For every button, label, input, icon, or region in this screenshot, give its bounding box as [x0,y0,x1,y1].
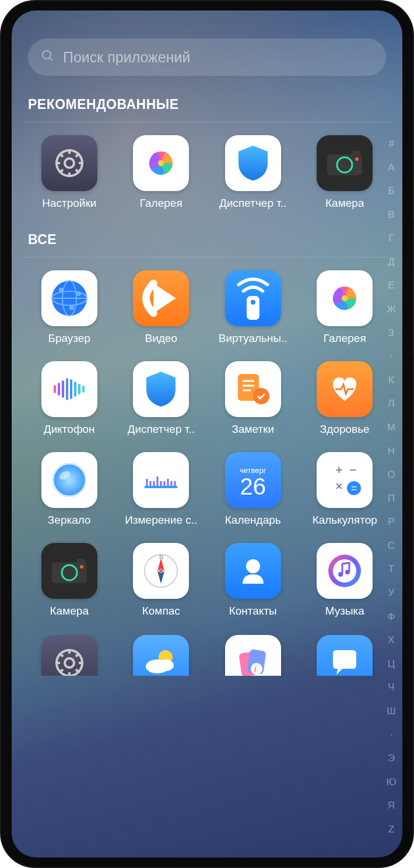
messages-icon [317,635,373,676]
app-ruler[interactable]: Измерение с.. [118,452,205,527]
app-browser[interactable]: Браузер [26,270,113,345]
alpha-index-item[interactable]: Р [388,517,394,527]
app-label: Калькулятор [313,514,377,527]
app-label: Измерение с.. [125,514,197,527]
svg-text:−: − [349,463,357,477]
svg-point-97 [251,663,262,675]
alpha-index-item[interactable]: Ц [388,659,395,669]
app-label: Диктофон [44,423,95,436]
svg-point-71 [80,565,83,569]
alpha-index-item[interactable]: · [390,351,393,361]
alpha-index-item[interactable]: В [388,210,394,220]
search-input[interactable]: Поиск приложений [28,38,386,76]
app-label: Диспетчер т.. [219,197,286,210]
alpha-index-item[interactable]: Z [388,824,394,834]
svg-point-26 [59,288,64,292]
alpha-index-item[interactable]: К [388,375,394,385]
alpha-index-item[interactable]: Н [388,446,395,456]
app-remote[interactable]: Виртуальны.. [209,270,297,345]
settings-icon [41,135,97,191]
camera-icon [317,135,373,191]
app-settings[interactable]: Настройки [26,135,113,210]
all-apps-grid-partial: i [23,635,391,676]
alpha-index-item[interactable]: С [388,541,395,551]
app-settings[interactable] [26,635,113,676]
app-recorder[interactable]: Диктофон [26,361,113,436]
alpha-index-item[interactable]: Е [388,280,394,290]
app-themes[interactable]: i [209,635,297,676]
music-icon [317,543,373,599]
health-icon [317,361,373,417]
app-label: Камера [50,605,89,618]
app-messages[interactable] [301,635,389,676]
app-camera[interactable]: Камера [26,543,113,618]
compass-icon: N [133,543,189,599]
alpha-index-item[interactable]: З [388,328,394,338]
app-camera[interactable]: Камера [301,135,389,210]
svg-line-1 [50,58,52,61]
shield-icon [133,361,189,417]
recorder-icon [41,361,97,417]
alpha-index[interactable]: #АБВГДЕЖЗ·КЛМНОПРСТУФХЦЧШ·ЭЮЯZ [383,139,400,834]
svg-text:+: + [335,463,343,477]
alpha-index-item[interactable]: Э [388,753,395,763]
svg-rect-29 [247,296,259,320]
app-label: Контакты [229,605,277,618]
gallery-icon [133,135,189,191]
app-health[interactable]: Здоровье [301,361,389,436]
alpha-index-item[interactable]: # [388,139,394,149]
alpha-index-item[interactable]: П [388,493,395,503]
app-label: Видео [145,332,177,345]
search-icon [41,49,55,65]
app-weather[interactable] [118,635,205,676]
weather-icon [133,635,189,676]
screen: Поиск приложений РЕКОМЕНДОВАННЫЕ Настрой… [12,10,402,858]
alpha-index-item[interactable]: Ю [386,777,396,787]
alpha-index-item[interactable]: · [390,729,393,739]
browser-icon [41,270,97,326]
recommended-grid: НастройкиГалереяДиспетчер т..Камера [23,135,391,227]
app-label: Настройки [42,197,96,210]
svg-rect-19 [352,151,360,156]
app-label: Галерея [324,332,366,345]
alpha-index-item[interactable]: М [387,422,395,432]
svg-point-28 [69,305,74,310]
app-shield[interactable]: Диспетчер т.. [118,361,205,436]
alpha-index-item[interactable]: Л [388,398,394,408]
search-placeholder: Поиск приложений [63,49,190,66]
alpha-index-item[interactable]: Т [388,564,394,574]
alpha-index-item[interactable]: Б [388,186,394,196]
alpha-index-item[interactable]: Д [388,257,395,267]
alpha-index-item[interactable]: Я [388,800,395,810]
video-icon [133,270,189,326]
gallery-icon [317,270,373,326]
app-contacts[interactable]: Контакты [209,543,297,618]
app-label: Календарь [225,514,281,527]
app-gallery[interactable]: Галерея [301,270,389,345]
app-notes[interactable]: Заметки [209,361,297,436]
alpha-index-item[interactable]: У [388,588,395,598]
app-label: Зеркало [48,514,91,527]
app-mirror[interactable]: Зеркало [26,452,113,527]
alpha-index-item[interactable]: Ш [387,706,396,716]
svg-text:=: = [351,482,357,494]
app-gallery[interactable]: Галерея [118,135,205,210]
alpha-index-item[interactable]: Х [388,635,394,645]
alpha-index-item[interactable]: Г [388,233,394,243]
app-compass[interactable]: NКомпас [118,543,205,618]
app-shield[interactable]: Диспетчер т.. [209,135,297,210]
alpha-index-item[interactable]: Ч [388,682,394,692]
alpha-index-item[interactable]: Ж [387,304,396,314]
alpha-index-item[interactable]: Ф [388,612,395,622]
alpha-index-item[interactable]: А [388,163,394,172]
alpha-index-item[interactable]: О [387,470,395,479]
app-calculator[interactable]: +−×=Калькулятор [301,452,389,527]
app-label: Камера [325,197,364,210]
svg-point-94 [157,659,174,671]
svg-point-27 [76,291,81,296]
app-label: Здоровье [320,423,370,436]
svg-rect-69 [77,559,85,563]
app-video[interactable]: Видео [118,270,205,345]
app-music[interactable]: Музыка [301,543,389,618]
app-calendar[interactable]: четверг26Календарь [209,452,297,527]
